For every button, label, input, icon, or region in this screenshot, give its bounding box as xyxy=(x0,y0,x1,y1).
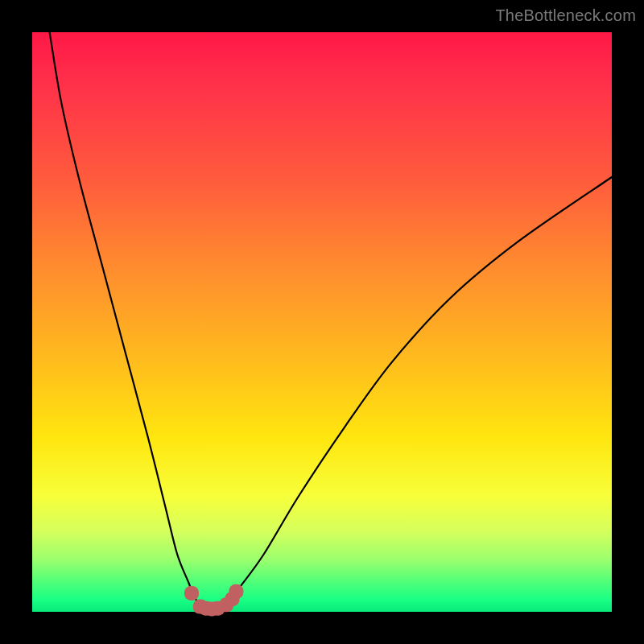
watermark-text: TheBottleneck.com xyxy=(495,6,636,25)
bottleneck-curve xyxy=(50,32,612,609)
plot-area xyxy=(32,32,612,612)
curve-svg xyxy=(32,32,612,612)
curve-marker xyxy=(229,584,243,599)
curve-marker xyxy=(184,586,199,601)
chart-frame: TheBottleneck.com xyxy=(0,0,644,644)
curve-markers xyxy=(184,584,243,617)
